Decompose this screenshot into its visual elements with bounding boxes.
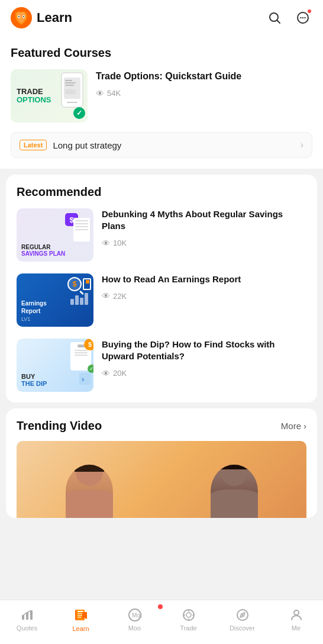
clip-line xyxy=(75,355,88,356)
clip-line xyxy=(75,350,88,351)
nav-me[interactable]: Me xyxy=(269,606,323,634)
nav-learn-label: Learn xyxy=(72,625,89,632)
notification-dot xyxy=(306,8,312,14)
earnings-thumbnail: $ xyxy=(17,273,93,327)
dip-illustration: $ ✓ xyxy=(70,342,91,371)
latest-bar[interactable]: Latest Long put strategy › xyxy=(11,132,312,158)
svg-line-6 xyxy=(277,21,280,24)
savings-views: 👁 10K xyxy=(102,239,306,248)
dip-views-count: 20K xyxy=(113,369,127,378)
svg-rect-27 xyxy=(77,615,83,616)
nav-trade-label: Trade xyxy=(180,624,196,632)
person-1 xyxy=(54,453,125,518)
svg-rect-18 xyxy=(79,373,91,385)
svg-point-32 xyxy=(186,613,191,617)
nav-moo-label: Moo xyxy=(128,624,141,632)
svg-point-8 xyxy=(300,17,301,18)
svg-text:Moo: Moo xyxy=(132,612,142,619)
nav-learn[interactable]: Learn xyxy=(54,605,108,635)
dollar-coin-icon: $ xyxy=(84,339,93,350)
dip-thumbnail: $ ✓ › BUY THE DIP xyxy=(17,339,93,392)
search-icon xyxy=(267,11,282,25)
check-small-icon: ✓ xyxy=(88,365,93,373)
nav-trade[interactable]: Trade xyxy=(162,606,215,634)
bar-chart xyxy=(70,293,88,305)
svg-point-39 xyxy=(241,614,243,616)
savings-savings-text: SAVINGS PLAN xyxy=(21,250,65,257)
header-left: Learn xyxy=(11,7,72,28)
thumb-options-text: OPTIONS xyxy=(17,96,51,104)
featured-course-item[interactable]: TRADE OPTIONS ✓ Trade Options: Quickstar… xyxy=(11,69,312,132)
quotes-icon xyxy=(20,608,34,622)
svg-rect-22 xyxy=(30,610,33,620)
dip-dip-text: THE DIP xyxy=(21,380,47,387)
svg-rect-15 xyxy=(65,85,74,86)
more-label: More xyxy=(281,421,301,431)
bar-1 xyxy=(70,299,74,305)
me-icon xyxy=(289,608,303,622)
app-logo-icon xyxy=(11,7,32,28)
doc-line xyxy=(75,223,88,224)
messages-button[interactable] xyxy=(293,8,312,27)
savings-info: Debunking 4 Myths About Regular Savings … xyxy=(102,208,306,248)
header: Learn xyxy=(0,0,323,36)
recommended-section: Recommended $ REGULAR SAVINGS PLAN Debun… xyxy=(6,175,317,402)
arrow-icon: › xyxy=(79,373,91,385)
dip-info: Buying the Dip? How to Find Stocks with … xyxy=(102,339,306,378)
doc-lines xyxy=(73,218,90,242)
nav-quotes[interactable]: Quotes xyxy=(0,606,54,634)
trending-header: Trending Video More › xyxy=(17,419,306,433)
svg-rect-28 xyxy=(77,617,81,618)
learn-icon xyxy=(73,607,89,623)
more-link[interactable]: More › xyxy=(281,421,306,431)
views-eye-icon-3: 👁 xyxy=(102,369,110,378)
featured-views-count: 54K xyxy=(107,89,121,98)
svg-rect-21 xyxy=(26,613,28,620)
person-2 xyxy=(199,453,270,518)
nav-discover-label: Discover xyxy=(230,624,255,632)
trending-video-preview[interactable] xyxy=(17,441,306,518)
svg-point-10 xyxy=(304,17,305,18)
dip-title: Buying the Dip? How to Find Stocks with … xyxy=(102,339,306,363)
earnings-lv-badge: LV1 xyxy=(21,316,89,322)
savings-thumbnail: $ REGULAR SAVINGS PLAN xyxy=(17,208,93,262)
content: Featured Courses TRADE OPTIONS ✓ Trad xyxy=(0,36,323,577)
moo-notification-dot xyxy=(158,604,163,609)
recommended-item-1[interactable]: $ REGULAR SAVINGS PLAN Debunking 4 Myths… xyxy=(17,208,306,262)
check-badge-icon: ✓ xyxy=(73,107,85,119)
earnings-views-count: 22K xyxy=(113,292,127,301)
savings-title: Debunking 4 Myths About Regular Savings … xyxy=(102,208,306,233)
svg-point-3 xyxy=(18,16,20,17)
bar-4 xyxy=(85,293,88,305)
svg-text:›: › xyxy=(82,375,84,384)
recommended-item-3[interactable]: $ ✓ › BUY THE DIP Buying the Dip? How to… xyxy=(17,339,306,392)
nav-discover[interactable]: Discover xyxy=(215,606,269,634)
thumb-trade-text: TRADE xyxy=(17,88,43,96)
featured-course-title: Trade Options: Quickstart Guide xyxy=(96,70,312,83)
svg-rect-14 xyxy=(65,82,76,83)
nav-quotes-label: Quotes xyxy=(17,624,37,632)
nav-moo[interactable]: Moo Moo xyxy=(108,606,162,634)
svg-rect-25 xyxy=(77,611,83,612)
bottom-nav: Quotes Learn Moo Moo Trade xyxy=(0,600,323,644)
discover-icon xyxy=(235,608,250,622)
svg-rect-26 xyxy=(77,613,82,614)
svg-rect-16 xyxy=(65,89,76,94)
trending-title: Trending Video xyxy=(17,419,102,433)
header-title: Learn xyxy=(37,10,72,25)
header-actions xyxy=(265,8,312,27)
svg-point-40 xyxy=(294,610,299,615)
earnings-info: How to Read An Earnings Report 👁 22K xyxy=(102,273,306,301)
featured-course-views: 👁 54K xyxy=(96,89,312,98)
recommended-item-2[interactable]: $ xyxy=(17,273,306,327)
doc-line xyxy=(75,226,88,227)
views-eye-icon-2: 👁 xyxy=(102,291,110,301)
svg-point-4 xyxy=(23,16,24,17)
bar-2 xyxy=(75,295,79,305)
savings-regular-text: REGULAR xyxy=(21,244,50,250)
search-button[interactable] xyxy=(265,8,284,27)
phone-mockup-icon xyxy=(59,72,85,110)
doc-line xyxy=(75,229,88,230)
clipboard-top xyxy=(77,344,85,347)
views-eye-icon-1: 👁 xyxy=(102,239,110,248)
